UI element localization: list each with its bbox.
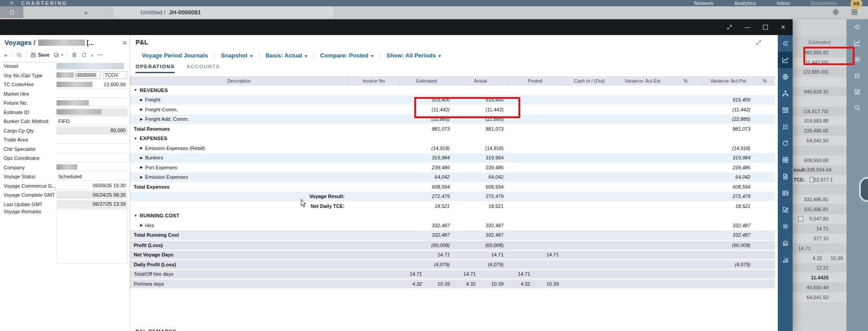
hierarchy-icon[interactable] [778,85,793,102]
field-input[interactable] [57,145,127,153]
top-nav-item[interactable]: Documents [811,0,837,6]
pnl-table-row[interactable]: Port Expenses 239,486 239,486 239,486 [130,163,775,172]
row-expander-icon[interactable] [134,88,137,92]
save-button[interactable]: Save [31,52,50,58]
column-header[interactable]: Invoice No [347,77,399,85]
search-icon[interactable] [16,52,22,58]
collapse-left-icon[interactable] [854,23,861,31]
row-expander-icon[interactable] [140,98,143,102]
pnl-table-row[interactable]: Net Voyage Days 14.71 14.71 14.71 [130,250,775,260]
pnl-table-row[interactable]: Daily Profit (Loss) (4,079) (4,079) (4,0… [130,259,775,269]
table-icon[interactable] [778,102,793,118]
top-nav-item[interactable]: Analytics [734,0,756,6]
top-nav-item[interactable]: Network [694,0,713,6]
pnl-table-row[interactable]: Freight Comm. (11,442) (11,442) (11,442) [130,105,775,115]
pnl-table-row[interactable]: REVENUES [130,85,775,95]
field-input[interactable] [57,154,127,162]
column-header[interactable]: Variance: Act-Est [616,77,669,85]
pnl-menu-item[interactable]: Show: All Periods [380,52,447,59]
row-expander-icon[interactable] [140,175,143,179]
field-input[interactable] [57,99,127,107]
document-icon[interactable] [778,168,793,185]
pnl-table-row[interactable]: Total Running Cost 332,487 332,487 332,4… [130,230,775,240]
pnl-menu-item[interactable]: Compare: Posted [313,52,380,59]
column-header[interactable]: Variance: Act-Pst [702,77,754,85]
globe-icon[interactable] [778,68,793,85]
field-input[interactable]: FIFO [57,117,127,125]
collapse-left-icon[interactable] [778,35,793,52]
column-chart-icon[interactable] [778,251,793,268]
grid-icon[interactable] [778,151,793,168]
pnl-table-row[interactable]: Voyage Result: 272,479 272,479 272,479 [130,192,775,202]
floating-handle[interactable] [861,179,868,200]
row-expander-icon[interactable] [140,117,143,121]
pnl-menu-item[interactable]: Snapshot [214,52,259,59]
field-input[interactable] [57,136,127,144]
pnl-table-row[interactable]: Port/sea days 4.3210.39 4.3210.39 4.3210… [130,278,775,288]
line-chart-icon[interactable] [778,52,793,68]
row-expander-icon[interactable] [140,223,143,227]
field-input[interactable]: 06/27/25 13:39 [57,200,127,208]
row-expander-icon[interactable] [134,137,137,141]
globe-icon[interactable] [832,9,839,16]
pnl-table-row[interactable]: Hire 332,487 332,487 332,487 [130,221,775,230]
pnl-tab[interactable]: OPERATIONS [136,64,175,73]
column-header[interactable]: % [669,77,702,85]
add-button[interactable]: + [4,51,8,59]
pnl-table-row[interactable]: Emission Expenses (Rebill) (14,918) (14,… [130,143,775,153]
chevrons-right-icon[interactable]: » [84,9,88,16]
column-header[interactable]: Description [130,77,347,85]
breadcrumb-tab[interactable]: Untitled / JH-0000081 [112,6,334,18]
row-expander-icon[interactable] [140,146,143,150]
field-input[interactable] [57,90,127,98]
field-input[interactable] [57,62,127,70]
pnl-menu-item[interactable]: Basis: Actual [259,52,313,59]
refresh-icon[interactable] [778,135,793,151]
compose-icon[interactable] [854,88,861,95]
row-expander-icon[interactable] [140,107,143,111]
field-input[interactable] [57,163,127,172]
field-input[interactable]: Scheduled [57,172,127,181]
minimize-icon[interactable]: — [744,24,751,31]
pnl-table-row[interactable]: Emission Expenses 64,042 64,042 64,042 [130,172,775,182]
grid-icon[interactable] [851,9,858,16]
pinned-tab[interactable] [0,6,23,18]
pnl-table-row[interactable]: EXPENSES [130,134,775,144]
refresh-button[interactable] [81,52,87,58]
pnl-table-row[interactable]: Bunkers 319,984 319,984 319,984 [130,153,775,163]
gear-icon[interactable] [854,56,861,63]
checklist-icon[interactable] [854,72,861,79]
field-input[interactable]: 80,000 [57,127,127,135]
delete-button[interactable] [71,52,77,58]
pnl-menu-item[interactable]: Voyage Period Journals [136,52,214,59]
field-input[interactable]: 2025006 TCOV [57,71,127,79]
field-input[interactable]: 06/24/25 08:35 [57,191,127,199]
column-header[interactable]: Posted [507,77,562,85]
back-button[interactable]: ‹ [91,52,93,58]
pnl-table-row[interactable]: Total Revenues 881,073 881,073 881,073 [130,124,775,134]
close-icon[interactable]: ✕ [780,24,787,31]
field-input[interactable] [57,108,127,116]
checklist-icon[interactable] [778,118,793,135]
line-chart-icon[interactable] [854,40,861,47]
column-header[interactable]: Actual [453,77,507,85]
pnl-table-row[interactable]: RUNNING COST [130,211,775,221]
pnl-table-row[interactable]: Total/Off hire days 14.71 14.71 14.71 [130,269,775,279]
search-icon[interactable] [854,104,861,111]
column-header[interactable]: % [754,77,775,85]
popout-icon[interactable] [726,24,733,31]
pnl-table-row[interactable]: Freight 915,400 915,400 915,400 [130,95,775,105]
field-input[interactable] [57,209,127,264]
gear-icon[interactable] [778,218,793,234]
hamburger-menu-icon[interactable]: ≡ [10,0,13,6]
panel-menu-icon[interactable]: ≡ [123,39,127,46]
field-input[interactable]: 06/09/25 15:30 [57,182,127,190]
row-expander-icon[interactable] [134,214,137,218]
row-expander-icon[interactable] [140,165,143,169]
row-expander-icon[interactable] [140,156,143,160]
pnl-tab[interactable]: ACCOUNTS [186,64,220,73]
maximize-icon[interactable] [762,24,769,31]
pnl-table-row[interactable]: Freight Add. Comm. (22,885) (22,885) (22… [130,115,775,124]
bank-icon[interactable] [778,234,793,251]
id-card-icon[interactable] [778,185,793,201]
